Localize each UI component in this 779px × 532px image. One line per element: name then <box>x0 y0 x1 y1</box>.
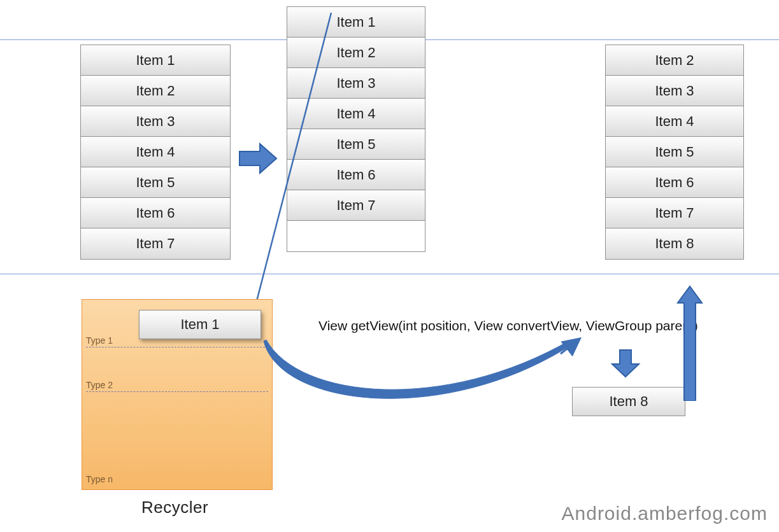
svg-marker-3 <box>612 350 639 377</box>
arrow-down-icon <box>610 347 641 379</box>
curve-arrow-icon <box>0 0 779 532</box>
diagram-canvas: Item 1 Item 2 Item 3 Item 4 Item 5 Item … <box>0 0 779 532</box>
arrow-up-icon <box>676 285 703 401</box>
svg-marker-4 <box>678 286 702 401</box>
new-item-box: Item 8 <box>572 387 685 416</box>
getview-signature: View getView(int position, View convertV… <box>318 318 698 333</box>
footer-attribution: Android.amberfog.com <box>562 503 768 524</box>
